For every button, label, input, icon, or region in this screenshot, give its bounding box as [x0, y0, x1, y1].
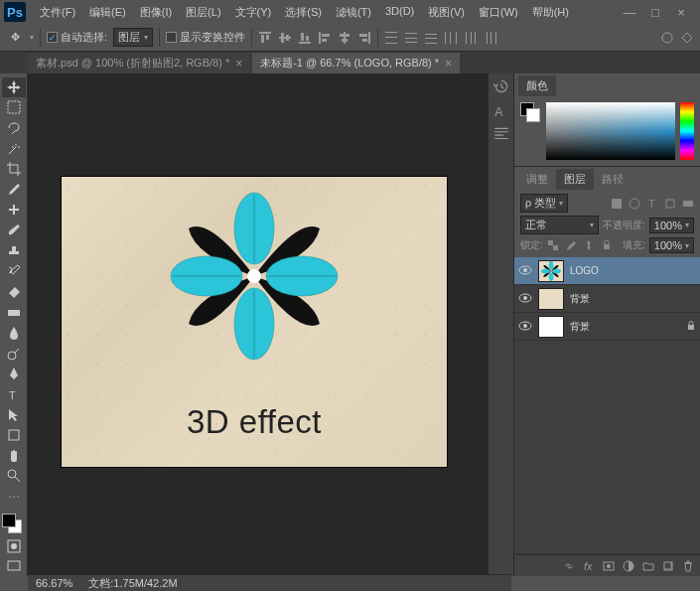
dodge-tool[interactable]	[2, 344, 26, 364]
panel-tab[interactable]: 路径	[594, 169, 631, 190]
hue-slider[interactable]	[680, 102, 694, 160]
crop-tool[interactable]	[2, 159, 26, 179]
pen-tool[interactable]	[2, 365, 26, 384]
layer-mask-icon[interactable]	[603, 560, 615, 572]
close-button[interactable]: ×	[674, 5, 688, 19]
menu-item[interactable]: 文件(F)	[34, 2, 81, 23]
wand-tool[interactable]	[2, 139, 26, 159]
align-top-icon[interactable]	[258, 31, 272, 45]
filter-shape-icon[interactable]	[664, 198, 676, 210]
zoom-level[interactable]: 66.67%	[36, 577, 72, 589]
layer-style-icon[interactable]: fx	[583, 560, 595, 572]
menu-item[interactable]: 选择(S)	[279, 2, 328, 23]
filter-smart-icon[interactable]	[682, 198, 694, 210]
group-icon[interactable]	[642, 560, 654, 572]
menu-item[interactable]: 图像(I)	[134, 2, 178, 23]
layer-item[interactable]: 背景	[514, 313, 700, 341]
gradient-tool[interactable]	[2, 303, 26, 323]
panel-color-swatches[interactable]	[520, 102, 540, 122]
visibility-toggle[interactable]	[518, 263, 532, 279]
lock-pixels-icon[interactable]	[565, 239, 577, 251]
align-vcenter-icon[interactable]	[278, 31, 292, 45]
blur-tool[interactable]	[2, 323, 26, 343]
marquee-tool[interactable]	[2, 98, 26, 118]
menu-item[interactable]: 窗口(W)	[473, 2, 524, 23]
3d-camera-icon[interactable]	[680, 31, 694, 45]
character-panel-icon[interactable]: A	[492, 101, 510, 119]
document-canvas[interactable]: 3D effect	[62, 177, 447, 467]
close-tab-icon[interactable]: ×	[445, 57, 452, 71]
stamp-tool[interactable]	[2, 241, 26, 261]
document-tab[interactable]: 未标题-1 @ 66.7% (LOGO, RGB/8) *×	[252, 52, 460, 74]
align-hcenter-icon[interactable]	[338, 31, 351, 45]
history-panel-icon[interactable]	[492, 77, 510, 95]
hand-tool[interactable]	[2, 446, 26, 466]
move-tool[interactable]	[2, 77, 26, 97]
color-tab[interactable]: 颜色	[518, 75, 556, 96]
distribute-vcenter-icon[interactable]	[404, 31, 418, 45]
distribute-hcenter-icon[interactable]	[464, 31, 478, 45]
align-left-icon[interactable]	[318, 31, 332, 45]
menu-item[interactable]: 帮助(H)	[526, 2, 575, 23]
auto-select-checkbox[interactable]: ✓ 自动选择:	[47, 30, 107, 45]
3d-mode-icon[interactable]	[660, 31, 674, 45]
menu-item[interactable]: 图层(L)	[180, 2, 226, 23]
distribute-right-icon[interactable]	[484, 31, 497, 45]
menu-item[interactable]: 视图(V)	[422, 2, 471, 23]
type-tool[interactable]: T	[2, 384, 26, 404]
filter-adjustment-icon[interactable]	[629, 198, 640, 210]
lock-all-icon[interactable]	[601, 239, 613, 251]
color-picker[interactable]	[546, 102, 694, 160]
menu-item[interactable]: 文字(Y)	[229, 2, 278, 23]
layer-item[interactable]: LOGO	[514, 257, 700, 285]
distribute-top-icon[interactable]	[384, 31, 398, 45]
healing-tool[interactable]	[2, 201, 26, 221]
lasso-tool[interactable]	[2, 118, 26, 138]
blend-mode-dropdown[interactable]: 正常▾	[520, 216, 599, 234]
fill-input[interactable]: 100%▾	[649, 237, 694, 253]
close-tab-icon[interactable]: ×	[235, 57, 242, 71]
screen-mode-toggle[interactable]	[2, 556, 26, 576]
lock-position-icon[interactable]	[583, 239, 595, 251]
brush-tool[interactable]	[2, 221, 26, 240]
canvas-area[interactable]: 3D effect A	[28, 74, 513, 576]
delete-layer-icon[interactable]	[682, 560, 694, 572]
quick-mask-toggle[interactable]	[2, 536, 26, 556]
lock-transparency-icon[interactable]	[547, 239, 559, 251]
shape-tool[interactable]	[2, 425, 26, 445]
visibility-toggle[interactable]	[518, 291, 532, 307]
panel-tab[interactable]: 图层	[556, 169, 594, 190]
menu-item[interactable]: 滤镜(T)	[330, 2, 377, 23]
distribute-bottom-icon[interactable]	[424, 31, 438, 45]
align-bottom-icon[interactable]	[298, 31, 312, 45]
auto-select-dropdown[interactable]: 图层▾	[113, 28, 153, 47]
paragraph-panel-icon[interactable]	[492, 125, 510, 143]
link-layers-icon[interactable]	[563, 560, 575, 572]
menu-item[interactable]: 3D(D)	[379, 2, 420, 23]
layer-item[interactable]: 背景	[514, 285, 700, 313]
opacity-input[interactable]: 100%▾	[649, 218, 694, 233]
transform-controls-checkbox[interactable]: 显示变换控件	[166, 30, 245, 45]
minimize-button[interactable]: —	[623, 5, 636, 19]
zoom-tool[interactable]	[2, 467, 26, 487]
layer-filter-dropdown[interactable]: ρ 类型▾	[520, 194, 568, 213]
panel-tab[interactable]: 调整	[518, 169, 556, 190]
path-select-tool[interactable]	[2, 405, 26, 425]
maximize-button[interactable]: □	[648, 5, 662, 19]
eyedropper-tool[interactable]	[2, 180, 26, 200]
filter-type-icon[interactable]: T	[646, 198, 658, 210]
eraser-tool[interactable]	[2, 282, 26, 302]
document-info[interactable]: 文档:1.75M/42.2M	[88, 576, 177, 591]
history-brush-tool[interactable]	[2, 261, 26, 281]
align-right-icon[interactable]	[357, 31, 371, 45]
visibility-toggle[interactable]	[518, 319, 532, 335]
filter-pixel-icon[interactable]	[611, 198, 623, 210]
new-layer-icon[interactable]	[662, 560, 674, 572]
adjustment-layer-icon[interactable]	[623, 560, 634, 572]
edit-toolbar[interactable]: ⋯	[2, 487, 26, 507]
color-swatches[interactable]	[0, 512, 27, 535]
menu-item[interactable]: 编辑(E)	[83, 2, 132, 23]
foreground-color[interactable]	[2, 514, 16, 527]
document-tab[interactable]: 素材.psd @ 100% (折射贴图2, RGB/8) *×	[28, 52, 250, 74]
distribute-left-icon[interactable]	[444, 31, 458, 45]
